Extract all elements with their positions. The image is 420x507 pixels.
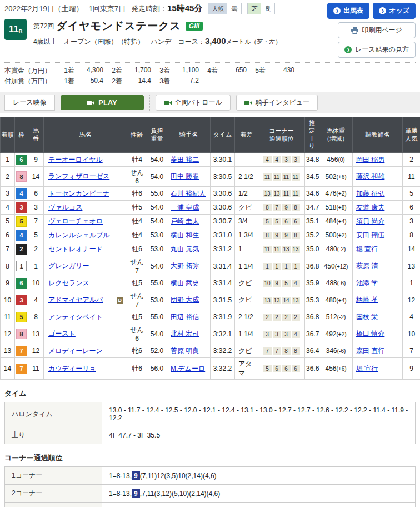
corner-position-box: 8 bbox=[263, 232, 272, 239]
finish-position: 2 bbox=[1, 167, 15, 187]
prize-place-label: 2着 bbox=[103, 66, 122, 76]
how-to-read-button[interactable]: ❯レース結果の見方 bbox=[338, 42, 416, 58]
impost-weight: 54.0 bbox=[147, 215, 167, 228]
jockey-name-link[interactable]: 石川 裕紀人 bbox=[171, 190, 206, 197]
jockey-name-link[interactable]: 北村 宏司 bbox=[171, 330, 199, 337]
estimated-last-3f: 34.5 bbox=[305, 167, 319, 187]
prize-main-row-label: 本賞金（万円） bbox=[4, 66, 56, 76]
column-header: 着差 bbox=[235, 117, 258, 153]
corner-positions: 13131413 bbox=[258, 290, 305, 310]
horse-name-link[interactable]: カレンルシェルブル bbox=[48, 231, 110, 240]
prize-place-label: 1着 bbox=[56, 77, 74, 86]
jockey-name-link[interactable]: 菅原 明良 bbox=[171, 347, 199, 355]
prize-extra-row: 付加賞（万円）1着50.42着14.43着7.2 bbox=[4, 77, 416, 86]
trainer-name-link[interactable]: 萩原 清 bbox=[356, 262, 378, 270]
play-button[interactable]: PLAY bbox=[61, 95, 144, 110]
horse-name-cell: カウディーリョ bbox=[44, 358, 127, 380]
jockey-name-link[interactable]: 戸崎 圭太 bbox=[171, 217, 199, 225]
bracket-number-badge: 4 bbox=[16, 188, 27, 199]
patrol-video-button[interactable]: 全周パトロール bbox=[156, 95, 231, 111]
jockey-name-link[interactable]: 横山 和生 bbox=[171, 231, 199, 239]
jockey-name-link[interactable]: 丸山 元気 bbox=[171, 245, 199, 253]
horse-name-link[interactable]: ゴースト bbox=[48, 329, 76, 339]
prize-place-label: 5着 bbox=[247, 66, 266, 76]
bracket-cell: 2 bbox=[15, 242, 28, 256]
body-weight-diff: (+4) bbox=[336, 297, 346, 304]
trainer-name-link[interactable]: 加藤 征弘 bbox=[356, 190, 384, 197]
finish-time: 3:32.1 bbox=[211, 324, 235, 344]
jockey-name-link[interactable]: 田中 勝春 bbox=[171, 172, 199, 180]
horse-name-link[interactable]: テーオーロイヤル bbox=[48, 155, 103, 165]
time-section-heading: タイム bbox=[4, 389, 416, 399]
estimated-last-3f: 36.8 bbox=[305, 256, 319, 276]
trainer-name-link[interactable]: 森田 直行 bbox=[356, 347, 384, 355]
finish-time: 3:31.2 bbox=[211, 242, 235, 256]
jockey-name-link[interactable]: 団野 大成 bbox=[171, 296, 199, 304]
horse-name-link[interactable]: トーセンカンビーナ bbox=[48, 189, 109, 198]
corner-row: 2コーナー1=8-13,9,7,11(3,12)(5,10)(2,14)(4,6… bbox=[5, 485, 416, 503]
trainer-cell: 柄崎 孝 bbox=[353, 290, 403, 310]
finish-position: 4 bbox=[1, 201, 15, 215]
horse-name-cell: テーオーロイヤル bbox=[44, 153, 127, 167]
column-header: 負担 重量 bbox=[147, 117, 167, 153]
horse-name-link[interactable]: ヴェローチェオロ bbox=[48, 217, 103, 226]
trainer-name-link[interactable]: 国枝 栄 bbox=[356, 313, 378, 321]
jockey-name-link[interactable]: 田辺 裕信 bbox=[171, 313, 199, 321]
jockey-name-link[interactable]: 菱田 裕二 bbox=[171, 156, 199, 163]
race-distance: 3,400 bbox=[205, 36, 226, 46]
margin: 2 1/2 bbox=[235, 310, 258, 324]
trainer-name-link[interactable]: 友道 康夫 bbox=[356, 203, 384, 211]
sex-age: 牡4 bbox=[127, 215, 147, 228]
trainer-name-link[interactable]: 岡田 稲男 bbox=[356, 156, 384, 163]
trainer-name-link[interactable]: 須貝 尚介 bbox=[356, 217, 384, 225]
entry-table-button[interactable]: ❯出馬表 bbox=[327, 3, 369, 19]
jockey-interview-button[interactable]: 騎手インタビュー bbox=[236, 95, 318, 111]
play-label: PLAY bbox=[98, 98, 117, 107]
trainer-name-link[interactable]: 藤沢 和雄 bbox=[356, 172, 384, 180]
jockey-name-link[interactable]: 三浦 皇成 bbox=[171, 203, 199, 211]
print-page-button[interactable]: 印刷用ページ bbox=[338, 22, 416, 38]
odds-button[interactable]: ❯オッズ bbox=[373, 3, 416, 19]
corner-position-box: 7 bbox=[263, 347, 272, 355]
trainer-name-link[interactable]: 柄崎 孝 bbox=[356, 296, 378, 304]
jockey-name-link[interactable]: M.デムーロ bbox=[171, 365, 205, 372]
jockey-name-link[interactable]: 大野 拓弥 bbox=[171, 262, 199, 270]
trainer-name-link[interactable]: 池添 学 bbox=[356, 279, 378, 287]
prize-value: 1,700 bbox=[122, 66, 151, 76]
race-conditions-text: 4歳以上 オープン（国際）（特指） ハンデ コース： bbox=[33, 38, 205, 46]
margin: 2 1/2 bbox=[235, 167, 258, 187]
sex-age: 牡6 bbox=[127, 242, 147, 256]
horse-name-link[interactable]: レクセランス bbox=[48, 279, 89, 288]
horse-number: 12 bbox=[28, 344, 44, 358]
corner-position-box: 6 bbox=[292, 218, 300, 225]
horse-name-link[interactable]: アンティシペイト bbox=[48, 312, 103, 322]
jockey-name-link[interactable]: 横山 武史 bbox=[171, 279, 199, 287]
horse-name-link[interactable]: セントレオナード bbox=[48, 245, 103, 254]
horse-name-link[interactable]: ランフォザローゼス bbox=[48, 172, 109, 181]
bracket-number-badge: 2 bbox=[16, 244, 27, 255]
jockey-cell: 石川 裕紀人 bbox=[167, 187, 211, 201]
column-header: 馬体重 （増減） bbox=[319, 117, 353, 153]
horse-number: 11 bbox=[28, 358, 44, 380]
column-header: 枠 bbox=[15, 117, 28, 153]
finish-time: 3:30.7 bbox=[211, 215, 235, 228]
trainer-cell: 友道 康夫 bbox=[353, 201, 403, 215]
trainer-cell: 萩原 清 bbox=[353, 256, 403, 276]
bracket-number-badge: 5 bbox=[16, 312, 27, 322]
body-weight-value: 346 bbox=[326, 347, 337, 355]
horse-name-link[interactable]: アドマイヤアルバ bbox=[48, 295, 103, 305]
horse-name-link[interactable]: グレンガリー bbox=[48, 261, 89, 271]
horse-number: 3 bbox=[28, 201, 44, 215]
trainer-name-link[interactable]: 堀 宣行 bbox=[356, 365, 378, 372]
corner-position-box: 11 bbox=[282, 173, 291, 181]
horse-name-link[interactable]: メロディーレーン bbox=[48, 346, 103, 356]
result-row: 13712メロディーレーン牝652.0菅原 明良3:32.2クビ778836.4… bbox=[1, 344, 420, 358]
trainer-cell: 岡田 稲男 bbox=[353, 153, 403, 167]
horse-name-link[interactable]: ヴァルコス bbox=[48, 203, 82, 212]
horse-name-link[interactable]: カウディーリョ bbox=[48, 364, 96, 374]
trainer-name-link[interactable]: 安田 翔伍 bbox=[356, 231, 384, 239]
bracket-number-badge: 5 bbox=[16, 216, 27, 227]
trainer-name-link[interactable]: 堀 宣行 bbox=[356, 245, 378, 253]
result-row: 1034アドマイヤアルバBせん753.0団野 大成3:31.5クビ1313141… bbox=[1, 290, 420, 310]
trainer-name-link[interactable]: 橋口 慎介 bbox=[356, 330, 384, 337]
